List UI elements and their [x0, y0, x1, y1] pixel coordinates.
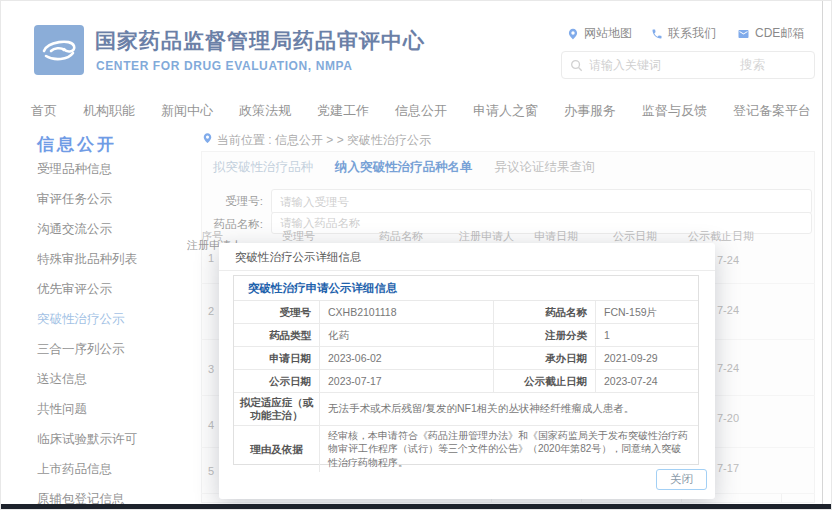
nav-item-news[interactable]: 新闻中心: [161, 102, 213, 120]
contact-label: 联系我们: [668, 25, 716, 42]
swan-logo-icon: [34, 25, 84, 75]
dialog-title: 突破性治疗公示详细信息: [235, 250, 362, 265]
tab-included-breakthrough-list[interactable]: 纳入突破性治疗品种名单: [335, 159, 473, 176]
field-value: CXHB2101118: [320, 301, 494, 323]
phone-icon: [651, 28, 663, 40]
sidebar-item-review-tasks[interactable]: 审评任务公示: [37, 184, 187, 214]
cde-page: 国家药品监督管理局药品审评中心 CENTER FOR DRUG EVALUATI…: [0, 0, 832, 510]
detail-row-indication: 拟定适应症（或功能主治） 无法手术或术后残留/复发的NF1相关的丛状神经纤维瘤成…: [234, 393, 698, 426]
col-header-publicity-date: 公示日期: [613, 229, 657, 244]
field-label: 药品名称: [494, 301, 596, 323]
breadcrumb: 当前位置 : 信息公开 > > 突破性治疗公示: [217, 132, 431, 149]
mail-icon: [737, 28, 750, 40]
field-label: 申请日期: [234, 347, 320, 369]
detail-table: 突破性治疗申请公示详细信息 受理号 CXHB2101118 药品名称 FCN-1…: [233, 275, 699, 465]
header-search: 请输入关键词 搜索: [561, 51, 815, 79]
sidebar-title: 信息公开: [37, 133, 117, 156]
nav-item-supervision[interactable]: 监督与反馈: [642, 102, 707, 120]
col-header-acceptance-no: 受理号: [282, 229, 315, 244]
col-header-applicant: 注册申请人: [459, 229, 514, 244]
search-button[interactable]: 搜索: [740, 52, 765, 78]
detail-row-rationale: 理由及依据 经审核，本申请符合《药品注册管理办法》和《国家药监局关于发布突破性治…: [234, 426, 698, 472]
col-header-deadline: 公示截止日期: [688, 229, 754, 244]
sidebar-item-clinical-trial[interactable]: 临床试验默示许可: [37, 424, 187, 454]
field-label: 注册分类: [494, 324, 596, 346]
mailbox-label: CDE邮箱: [755, 25, 804, 42]
field-value: 2023-07-24: [596, 370, 698, 392]
nav-item-functions[interactable]: 机构职能: [83, 102, 135, 120]
field-label: 理由及依据: [234, 426, 320, 472]
col-header-no: 序号: [201, 229, 223, 244]
field-label: 公示截止日期: [494, 370, 596, 392]
acceptance-no-input[interactable]: [271, 189, 812, 214]
page-right-border: [822, 1, 823, 504]
site-title: 国家药品监督管理局药品审评中心: [95, 27, 425, 55]
sidebar-item-three-in-one[interactable]: 三合一序列公示: [37, 334, 187, 364]
field-label: 公示日期: [234, 370, 320, 392]
detail-row: 公示日期 2023-07-17 公示截止日期 2023-07-24: [234, 370, 698, 393]
sidebar-item-special-approval[interactable]: 特殊审批品种列表: [37, 244, 187, 274]
breadcrumb-pin-icon: [202, 132, 213, 144]
breakthrough-detail-dialog: 突破性治疗公示详细信息 突破性治疗申请公示详细信息 受理号 CXHB210111…: [219, 243, 715, 499]
field-value: 经审核，本申请符合《药品注册管理办法》和《国家药监局关于发布突破性治疗药物审评工…: [320, 426, 698, 472]
field-value: 2021-09-29: [596, 347, 698, 369]
nav-item-policy[interactable]: 政策法规: [239, 102, 291, 120]
col-header-drug-name: 药品名称: [379, 229, 423, 244]
nav-item-home[interactable]: 首页: [31, 102, 57, 120]
tab-objection-results[interactable]: 异议论证结果查询: [495, 159, 595, 176]
sidebar-item-communication[interactable]: 沟通交流公示: [37, 214, 187, 244]
map-pin-icon: [567, 28, 579, 40]
table-row-deadline: 7-17: [717, 462, 763, 474]
sitemap-link[interactable]: 网站地图: [567, 25, 632, 42]
detail-section-title: 突破性治疗申请公示详细信息: [234, 276, 698, 301]
field-label: 拟定适应症（或功能主治）: [234, 393, 320, 425]
dialog-title-divider: [219, 270, 715, 271]
detail-row: 申请日期 2023-06-02 承办日期 2021-09-29: [234, 347, 698, 370]
nav-item-applicant[interactable]: 申请人之窗: [473, 102, 538, 120]
sidebar-item-accepted-varieties[interactable]: 受理品种信息: [37, 154, 187, 184]
sitemap-label: 网站地图: [584, 25, 632, 42]
search-input[interactable]: 请输入关键词: [589, 57, 661, 74]
field-label: 药品类型: [234, 324, 320, 346]
site-subtitle: CENTER FOR DRUG EVALUATION, NMPA: [96, 59, 353, 73]
field-value: 无法手术或术后残留/复发的NF1相关的丛状神经纤维瘤成人患者。: [320, 393, 698, 425]
col-header-apply-date: 申请日期: [534, 229, 578, 244]
mailbox-link[interactable]: CDE邮箱: [737, 25, 804, 42]
sidebar-item-breakthrough-therapy[interactable]: 突破性治疗公示: [37, 304, 187, 334]
main-nav: 首页 机构职能 新闻中心 政策法规 党建工作 信息公开 申请人之窗 办事服务 监…: [1, 96, 832, 126]
table-row-deadline: 7-24: [717, 254, 763, 266]
close-button[interactable]: 关闭: [656, 469, 707, 490]
sidebar-item-priority-review[interactable]: 优先审评公示: [37, 274, 187, 304]
field-value: FCN-159片: [596, 301, 698, 323]
nav-item-registration-platform[interactable]: 登记备案平台: [733, 102, 811, 120]
field-label: 承办日期: [494, 347, 596, 369]
sidebar-item-delivery-info[interactable]: 送达信息: [37, 364, 187, 394]
field-label: 受理号: [234, 301, 320, 323]
drug-name-label: 药品名称:: [185, 217, 263, 232]
cde-logo: [34, 25, 84, 75]
nav-item-party[interactable]: 党建工作: [317, 102, 369, 120]
field-value: 化药: [320, 324, 494, 346]
table-row-deadline: 7-24: [717, 362, 763, 374]
field-value: 1: [596, 324, 698, 346]
search-icon: [570, 59, 583, 72]
sidebar-item-common-issues[interactable]: 共性问题: [37, 394, 187, 424]
sidebar-item-marketed-drugs[interactable]: 上市药品信息: [37, 454, 187, 484]
field-value: 2023-06-02: [320, 347, 494, 369]
sidebar-menu: 受理品种信息 审评任务公示 沟通交流公示 特殊审批品种列表 优先审评公示 突破性…: [37, 154, 187, 510]
tab-proposed-breakthrough[interactable]: 拟突破性治疗品种: [213, 159, 313, 176]
nav-item-disclosure[interactable]: 信息公开: [395, 102, 447, 120]
tab-bar: 拟突破性治疗品种 纳入突破性治疗品种名单 异议论证结果查询: [213, 159, 595, 176]
detail-row: 药品类型 化药 注册分类 1: [234, 324, 698, 347]
table-row-deadline: 7-20: [717, 412, 763, 424]
contact-link[interactable]: 联系我们: [651, 25, 716, 42]
detail-row: 受理号 CXHB2101118 药品名称 FCN-159片: [234, 301, 698, 324]
column-divider: [781, 494, 782, 503]
table-row-deadline: 7-24: [717, 304, 763, 316]
acceptance-no-label: 受理号:: [197, 194, 263, 209]
field-value: 2023-07-17: [320, 370, 494, 392]
nav-item-services[interactable]: 办事服务: [564, 102, 616, 120]
footer-bar: [1, 504, 832, 510]
